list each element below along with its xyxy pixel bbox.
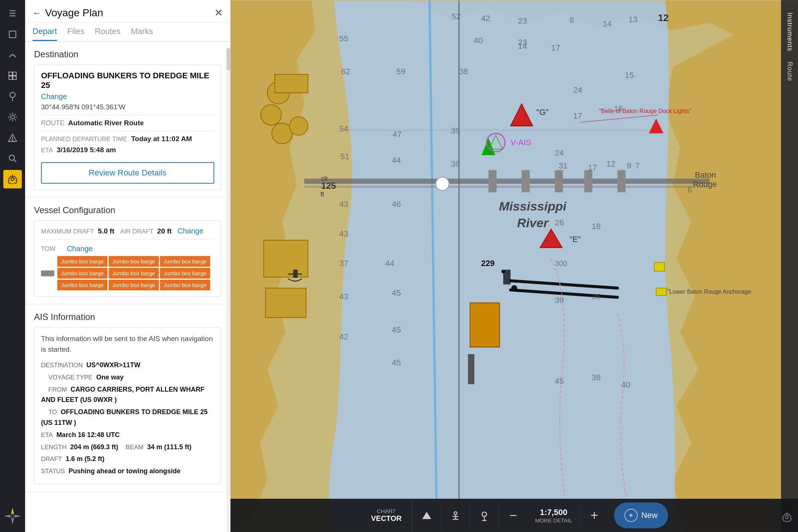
route-tab[interactable]: Route (784, 57, 796, 86)
svg-text:"E": "E" (570, 235, 581, 244)
svg-text:39: 39 (555, 296, 564, 305)
pin-drop-button[interactable] (470, 501, 499, 530)
barge-cell: Jumbo box barge (57, 280, 108, 290)
svg-text:"Lower Baton Rouge Anchorage: "Lower Baton Rouge Anchorage (667, 289, 751, 295)
svg-text:40: 40 (621, 380, 630, 389)
max-draft-value: 5.0 ft (98, 227, 114, 235)
tab-files[interactable]: Files (67, 27, 84, 41)
hamburger-menu-icon[interactable]: ☰ (3, 4, 22, 23)
svg-text:"Belle of Baton Rouge Dock Lig: "Belle of Baton Rouge Dock Lights" (599, 108, 691, 114)
panel-scroll-area[interactable]: Destination OFFLOADING BUNKERS TO DREDGE… (25, 42, 230, 532)
svg-text:31: 31 (559, 161, 567, 170)
air-draft-value: 20 ft (157, 227, 172, 235)
search-icon[interactable] (3, 149, 22, 168)
tow-label: TOW (41, 245, 55, 253)
ais-voyage-type-field: VOYAGE TYPE One way (41, 372, 214, 383)
barge-cell: Jumbo box barge (109, 280, 159, 290)
voyage-plan-panel: ← Voyage Plan ✕ Depart Files Routes Mark… (25, 0, 231, 532)
svg-rect-37 (584, 170, 593, 192)
vessel-section-title: Vessel Configuration (34, 205, 221, 215)
svg-point-43 (290, 117, 308, 135)
departure-label: PLANNED DEPARTURE TIME (41, 136, 127, 143)
ais-beam-label: BEAM (126, 444, 143, 451)
scroll-indicator[interactable] (226, 48, 230, 532)
tow-change-link[interactable]: Change (67, 245, 93, 253)
svg-marker-24 (14, 515, 21, 518)
ais-to-value: OFFLOADING BUNKERS TO DREDGE MILE 25 (US… (41, 408, 208, 426)
svg-line-13 (15, 114, 16, 115)
svg-point-6 (11, 115, 14, 119)
square-view-icon[interactable] (3, 25, 22, 44)
tab-depart[interactable]: Depart (33, 27, 57, 41)
pin-icon[interactable] (3, 87, 22, 106)
zoom-in-button[interactable]: + (580, 501, 609, 530)
svg-text:16: 16 (614, 104, 623, 113)
ais-section: AIS Information This information will be… (25, 304, 230, 492)
svg-text:18: 18 (591, 222, 600, 231)
svg-text:38: 38 (459, 67, 468, 76)
new-button[interactable]: + New (614, 502, 668, 528)
ais-beam-value: 34 m (111.5 ft) (147, 443, 191, 451)
chart-type-button[interactable]: CHART VECTOR (361, 499, 412, 532)
close-button[interactable]: ✕ (214, 7, 223, 19)
destination-change-link[interactable]: Change (41, 92, 67, 101)
ais-voyage-type-label: VOYAGE TYPE (48, 374, 92, 381)
eta-row: ETA 3/16/2019 5:48 am (41, 146, 214, 154)
svg-line-12 (15, 119, 16, 120)
barge-grid: Jumbo box barge Jumbo box barge Jumbo bo… (57, 256, 210, 290)
panel-tabs: Depart Files Routes Marks (25, 23, 230, 42)
vessel-change-link[interactable]: Change (178, 227, 204, 235)
instruments-tab[interactable]: Instruments (784, 7, 796, 57)
svg-text:17: 17 (573, 111, 582, 120)
ais-eta-label: ETA (41, 432, 53, 439)
settings-icon[interactable] (3, 170, 22, 188)
svg-text:7: 7 (635, 161, 640, 170)
eta-value: 3/16/2019 5:48 am (57, 146, 116, 154)
nav-anchor-button[interactable] (441, 501, 470, 530)
layers-icon[interactable] (3, 66, 22, 85)
panel-header: ← Voyage Plan ✕ (25, 0, 230, 23)
ais-destination-field: DESTINATION US^0WXR>11TW (41, 360, 214, 371)
svg-point-20 (11, 178, 14, 181)
nautical-chart[interactable]: "G" V-AIS "Belle of Baton Rouge Dock Lig… (231, 0, 798, 532)
barge-cell: Jumbo box barge (160, 268, 210, 279)
ais-length-field: LENGTH 204 m (669.3 ft) BEAM 34 m (111.5… (41, 442, 214, 453)
ais-status-label: STATUS (41, 468, 65, 475)
svg-rect-45 (264, 240, 308, 277)
ais-eta-value: March 16 12:48 UTC (57, 431, 120, 439)
svg-text:38: 38 (451, 159, 460, 168)
route-row: ROUTE Automatic River Route (41, 119, 214, 127)
ais-destination-value: US^0WXR>11TW (86, 361, 140, 369)
map-area[interactable]: "G" V-AIS "Belle of Baton Rouge Dock Lig… (231, 0, 798, 532)
map-settings-icon[interactable] (782, 512, 792, 524)
svg-text:59: 59 (396, 67, 405, 76)
tab-routes[interactable]: Routes (95, 27, 121, 41)
curve-tool-icon[interactable] (3, 46, 22, 64)
back-button[interactable]: ← (33, 8, 41, 18)
zoom-out-button[interactable]: − (499, 501, 528, 530)
weather-icon[interactable] (3, 108, 22, 126)
review-route-button[interactable]: Review Route Details (41, 162, 214, 184)
destination-section-title: Destination (34, 49, 221, 59)
svg-text:38: 38 (591, 373, 600, 382)
svg-marker-22 (11, 518, 14, 525)
ais-draft-label: DRAFT (41, 456, 62, 463)
svg-point-18 (9, 155, 14, 160)
barge-cell: Jumbo box barge (160, 280, 210, 290)
ais-length-value: 204 m (669.3 ft) (70, 443, 118, 451)
svg-rect-59 (654, 262, 665, 271)
svg-text:Baton: Baton (695, 170, 716, 180)
svg-rect-35 (522, 170, 530, 192)
tab-marks[interactable]: Marks (131, 27, 153, 41)
alert-icon[interactable] (3, 129, 22, 147)
svg-point-130 (454, 512, 457, 515)
svg-text:45: 45 (392, 358, 401, 367)
ais-intro: This information will be sent to the AIS… (41, 334, 214, 355)
scroll-thumb (226, 48, 230, 70)
svg-text:44: 44 (392, 156, 401, 165)
svg-point-135 (785, 516, 788, 519)
nav-up-button[interactable] (412, 501, 441, 530)
svg-text:52: 52 (451, 12, 460, 21)
eta-label: ETA (41, 147, 53, 154)
svg-text:37: 37 (339, 259, 348, 268)
